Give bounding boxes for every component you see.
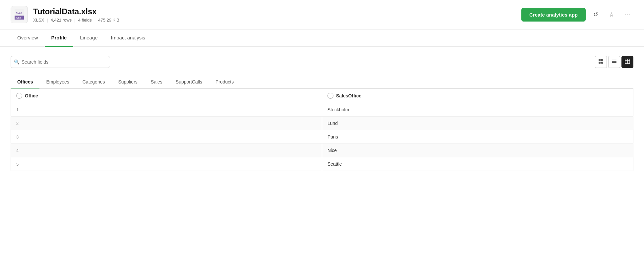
header-right: Create analytics app ↺ ☆ ⋯	[521, 8, 633, 22]
search-input-wrap: 🔍	[11, 56, 110, 68]
table-row: 1 Stockholm	[11, 103, 633, 117]
grid-icon	[598, 59, 604, 65]
cell-salesoffice: Lund	[322, 117, 633, 130]
sheet-tabs: Offices Employees Categories Suppliers S…	[11, 76, 633, 88]
file-rows: 4,421 rows	[51, 18, 72, 23]
more-options-button[interactable]: ⋯	[621, 9, 633, 21]
svg-rect-6	[599, 62, 601, 64]
sheet-tab-products[interactable]: Products	[209, 76, 240, 88]
tab-impact-analysis[interactable]: Impact analysis	[104, 29, 152, 47]
table-view-button[interactable]	[621, 56, 633, 68]
file-icon-wrap: XLSX XLSX	[11, 6, 28, 23]
ellipsis-icon: ⋯	[624, 11, 630, 18]
list-view-button[interactable]	[608, 56, 620, 68]
refresh-icon: ↺	[593, 11, 598, 18]
meta-sep-3: |	[94, 18, 95, 23]
sheet-tab-categories[interactable]: Categories	[76, 76, 112, 88]
sheet-tab-supportcalls[interactable]: SupportCalls	[169, 76, 209, 88]
search-toolbar: 🔍	[11, 56, 633, 68]
cell-office-num: 1	[11, 103, 322, 117]
grid-view-button[interactable]	[595, 56, 607, 68]
page-header: XLSX XLSX TutorialData.xlsx XLSX | 4,421…	[0, 0, 644, 29]
cell-salesoffice: Nice	[322, 144, 633, 157]
search-icon: 🔍	[14, 59, 20, 65]
file-type: XLSX	[33, 18, 44, 23]
list-icon	[612, 59, 617, 65]
office-col-checkbox[interactable]	[16, 93, 22, 99]
svg-text:XLSX: XLSX	[16, 17, 21, 19]
svg-rect-5	[601, 59, 603, 61]
file-icon: XLSX XLSX	[15, 9, 24, 21]
favorite-icon-button[interactable]: ☆	[606, 9, 617, 21]
cell-office-num: 4	[11, 144, 322, 157]
svg-rect-8	[612, 60, 616, 60]
sheet-tab-suppliers[interactable]: Suppliers	[111, 76, 144, 88]
salesoffice-col-label: SalesOffice	[336, 93, 361, 98]
col-header-salesoffice: SalesOffice	[322, 89, 633, 103]
sheet-tab-employees[interactable]: Employees	[39, 76, 76, 88]
file-info: TutorialData.xlsx XLSX | 4,421 rows | 4 …	[33, 7, 119, 23]
main-content: 🔍	[0, 47, 644, 180]
svg-text:XLSX: XLSX	[16, 12, 22, 14]
row-number: 4	[16, 148, 19, 153]
table-row: 5 Seattle	[11, 157, 633, 171]
file-fields: 4 fields	[78, 18, 92, 23]
header-left: XLSX XLSX TutorialData.xlsx XLSX | 4,421…	[11, 6, 119, 23]
view-toggle-buttons	[595, 56, 633, 68]
file-size: 475.29 KiB	[98, 18, 119, 23]
tab-overview[interactable]: Overview	[11, 29, 45, 47]
data-table: Office SalesOffice 1 Stockholm 2	[11, 88, 633, 171]
file-title: TutorialData.xlsx	[33, 7, 119, 16]
tab-profile[interactable]: Profile	[45, 29, 74, 47]
svg-rect-7	[601, 62, 603, 64]
cell-salesoffice: Paris	[322, 130, 633, 144]
col-header-office: Office	[11, 89, 322, 103]
svg-rect-9	[612, 61, 616, 62]
create-analytics-app-button[interactable]: Create analytics app	[521, 8, 586, 22]
cell-salesoffice: Stockholm	[322, 103, 633, 117]
table-row: 3 Paris	[11, 130, 633, 144]
table-icon	[625, 59, 630, 65]
main-tabs: Overview Profile Lineage Impact analysis	[0, 29, 644, 47]
row-number: 5	[16, 162, 19, 167]
cell-office-num: 3	[11, 130, 322, 144]
office-col-label: Office	[25, 93, 38, 98]
refresh-icon-button[interactable]: ↺	[590, 9, 602, 21]
meta-sep-2: |	[74, 18, 75, 23]
svg-rect-10	[612, 62, 616, 63]
meta-sep-1: |	[47, 18, 48, 23]
row-number: 1	[16, 107, 19, 112]
row-number: 2	[16, 121, 19, 126]
file-meta: XLSX | 4,421 rows | 4 fields | 475.29 Ki…	[33, 18, 119, 23]
search-input[interactable]	[11, 56, 110, 68]
sheet-tab-offices[interactable]: Offices	[11, 76, 39, 88]
cell-salesoffice: Seattle	[322, 157, 633, 171]
table-row: 4 Nice	[11, 144, 633, 157]
sheet-tab-sales[interactable]: Sales	[144, 76, 169, 88]
row-number: 3	[16, 135, 19, 139]
salesoffice-col-checkbox[interactable]	[327, 93, 333, 99]
cell-office-num: 5	[11, 157, 322, 171]
tab-lineage[interactable]: Lineage	[73, 29, 104, 47]
star-icon: ☆	[609, 11, 614, 18]
table-row: 2 Lund	[11, 117, 633, 130]
cell-office-num: 2	[11, 117, 322, 130]
svg-rect-4	[599, 59, 601, 61]
